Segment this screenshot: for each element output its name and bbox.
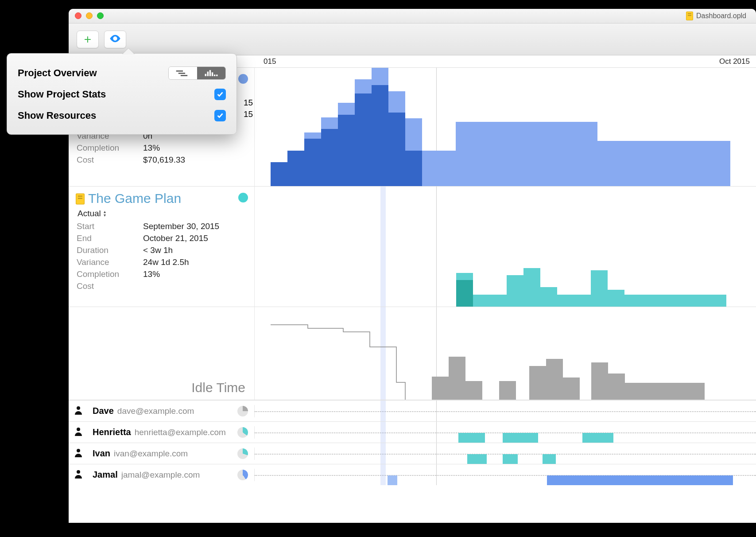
- svg-rect-8: [205, 74, 206, 76]
- svg-rect-13: [216, 74, 217, 76]
- person-icon: [73, 426, 84, 439]
- stat-label: Completion: [77, 142, 143, 154]
- assignment-bar[interactable]: [503, 454, 518, 464]
- idle-time-label: Idle Time: [191, 380, 245, 395]
- stat-value: October 21, 2015: [143, 233, 208, 243]
- resource-row[interactable]: Ivanivan@example.com: [69, 443, 756, 464]
- view-options-popover: Project Overview Show Project Stats Show…: [7, 53, 237, 135]
- assignment-bar[interactable]: [503, 433, 538, 443]
- resource-timeline[interactable]: [255, 401, 756, 421]
- stat-value: 13%: [143, 269, 160, 279]
- titlebar: Dashboard.opld: [69, 9, 756, 23]
- resource-row[interactable]: Davedave@example.com: [69, 400, 756, 421]
- svg-rect-9: [207, 72, 209, 76]
- today-marker: [380, 464, 386, 485]
- utilization-pie: [237, 427, 248, 438]
- popover-label: Show Resources: [18, 110, 96, 121]
- resource-timeline[interactable]: [255, 422, 756, 443]
- project-color-dot: [238, 74, 248, 84]
- stat-value: 24w 1d 2.5h: [143, 257, 189, 267]
- project-stats: StartSeptember 30, 2015 EndOctober 21, 2…: [77, 220, 254, 292]
- minimize-window-button[interactable]: [86, 12, 93, 19]
- ruler-tick: 015: [264, 57, 276, 66]
- resource-info: Jamaljamal@example.com: [69, 469, 255, 481]
- resource-row[interactable]: Henriettahenrietta@example.com: [69, 421, 756, 443]
- timeline-track: [255, 411, 756, 412]
- show-stats-checkbox[interactable]: [214, 89, 226, 100]
- resource-info: Henriettahenrietta@example.com: [69, 426, 255, 439]
- assignment-bar[interactable]: [467, 454, 487, 464]
- utilization-pie: [237, 470, 248, 480]
- project-timeline[interactable]: [255, 68, 756, 186]
- month-divider: [436, 443, 437, 464]
- assignment-bar[interactable]: [543, 454, 556, 464]
- histogram-bars: [255, 187, 756, 307]
- month-divider: [436, 401, 437, 421]
- gantt-view-option[interactable]: [169, 67, 197, 79]
- stat-value: < 3w 1h: [143, 245, 173, 255]
- assignment-bar[interactable]: [388, 475, 397, 485]
- assignment-bar[interactable]: [582, 433, 613, 443]
- project-title[interactable]: The Game Plan: [77, 191, 254, 206]
- stats-mode-selector[interactable]: Actual: [78, 209, 254, 218]
- person-icon: [73, 469, 84, 481]
- popover-row-stats: Show Project Stats: [18, 84, 226, 105]
- stats-mode-label: Actual: [78, 209, 101, 218]
- histogram-bars: [255, 307, 756, 400]
- histogram-bars: [255, 68, 756, 186]
- svg-point-4: [77, 470, 80, 474]
- show-resources-checkbox[interactable]: [214, 110, 226, 121]
- close-window-button[interactable]: [75, 12, 81, 19]
- today-marker: [380, 401, 386, 421]
- view-options-button[interactable]: [104, 31, 126, 48]
- project-title-text: The Game Plan: [88, 191, 181, 206]
- partial-text: 15: [244, 98, 253, 108]
- add-button[interactable]: +: [77, 31, 99, 48]
- window-title-text: Dashboard.opld: [696, 12, 746, 20]
- resource-info: Davedave@example.com: [69, 405, 255, 417]
- svg-point-0: [114, 37, 116, 39]
- resource-email: ivan@example.com: [114, 449, 188, 459]
- idle-time-row: Idle Time: [69, 307, 756, 400]
- resource-name: Ivan: [93, 448, 110, 459]
- popover-row-overview: Project Overview: [18, 62, 226, 84]
- resource-timeline[interactable]: [255, 443, 756, 464]
- popover-row-resources: Show Resources: [18, 105, 226, 126]
- project-timeline[interactable]: [255, 187, 756, 307]
- person-icon: [73, 448, 84, 460]
- stepper-icon: [104, 210, 108, 217]
- svg-rect-10: [209, 70, 211, 76]
- stat-value: September 30, 2015: [143, 222, 219, 231]
- today-marker: [380, 422, 386, 443]
- project-stats: Variance0h Completion13% Cost$70,619.33: [77, 130, 254, 166]
- resource-email: dave@example.com: [117, 406, 194, 416]
- resource-timeline[interactable]: [255, 464, 756, 485]
- histogram-view-option[interactable]: [197, 67, 225, 79]
- eye-icon: [109, 32, 121, 47]
- project-row: The Game Plan Actual StartSeptember 30, …: [69, 187, 756, 307]
- ruler-tick: Oct 2015: [719, 57, 750, 66]
- svg-rect-11: [212, 72, 213, 76]
- document-icon: [686, 12, 693, 20]
- window-title: Dashboard.opld: [686, 12, 746, 20]
- assignment-bar[interactable]: [547, 475, 733, 485]
- resource-row[interactable]: Jamaljamal@example.com: [69, 464, 756, 485]
- stat-label: Variance: [77, 256, 143, 268]
- month-divider: [436, 464, 437, 485]
- project-info-panel: The Game Plan Actual StartSeptember 30, …: [69, 187, 255, 307]
- utilization-pie: [237, 448, 248, 459]
- zoom-window-button[interactable]: [97, 12, 104, 19]
- stat-value: 13%: [143, 143, 160, 152]
- assignment-bar[interactable]: [458, 433, 485, 443]
- today-marker: [380, 443, 386, 464]
- overview-style-segmented[interactable]: [168, 66, 226, 80]
- svg-rect-7: [181, 75, 187, 76]
- resource-name: Dave: [93, 406, 114, 416]
- stat-label: End: [77, 232, 143, 244]
- idle-timeline[interactable]: [255, 307, 756, 400]
- content-area: Variance0h Completion13% Cost$70,619.33 …: [69, 68, 756, 523]
- popover-label: Show Project Stats: [18, 89, 106, 100]
- resources-list: Davedave@example.comHenriettahenrietta@e…: [69, 400, 756, 485]
- svg-point-2: [77, 428, 80, 431]
- idle-label-panel: Idle Time: [69, 307, 255, 400]
